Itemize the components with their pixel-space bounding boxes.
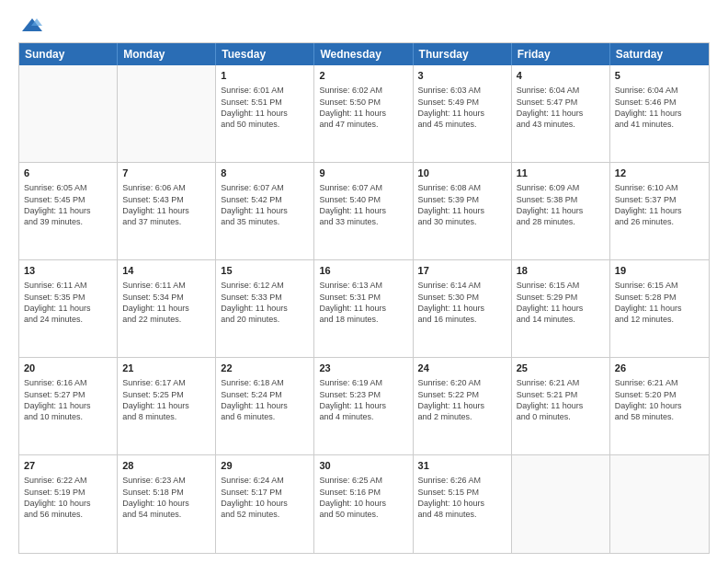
cell-line: and 0 minutes. xyxy=(517,411,605,422)
calendar-cell xyxy=(610,455,709,553)
day-number: 16 xyxy=(319,264,407,278)
cell-line: Sunrise: 6:03 AM xyxy=(418,85,506,96)
cell-line: and 24 minutes. xyxy=(24,314,112,325)
cell-line: Sunrise: 6:01 AM xyxy=(221,85,309,96)
cell-line: Daylight: 11 hours xyxy=(615,205,704,216)
cell-line: Sunrise: 6:24 AM xyxy=(221,475,309,486)
calendar-cell: 6Sunrise: 6:05 AMSunset: 5:45 PMDaylight… xyxy=(19,163,118,259)
cell-line: Sunrise: 6:11 AM xyxy=(24,280,112,291)
calendar-cell: 31Sunrise: 6:26 AMSunset: 5:15 PMDayligh… xyxy=(414,455,512,553)
calendar-cell: 24Sunrise: 6:20 AMSunset: 5:22 PMDayligh… xyxy=(414,358,512,454)
weekday-header-tuesday: Tuesday xyxy=(216,43,314,65)
cell-line: Daylight: 11 hours xyxy=(319,205,407,216)
day-number: 20 xyxy=(24,362,112,375)
day-number: 23 xyxy=(319,362,407,375)
cell-line: Sunrise: 6:17 AM xyxy=(122,377,210,388)
day-number: 29 xyxy=(221,459,309,473)
cell-line: Daylight: 11 hours xyxy=(24,303,112,314)
cell-line: and 50 minutes. xyxy=(221,119,309,130)
cell-line: Sunrise: 6:07 AM xyxy=(221,182,309,193)
calendar-cell: 3Sunrise: 6:03 AMSunset: 5:49 PMDaylight… xyxy=(414,65,512,162)
cell-line: Daylight: 10 hours xyxy=(418,498,506,509)
cell-line: and 2 minutes. xyxy=(418,411,506,422)
calendar-row: 27Sunrise: 6:22 AMSunset: 5:19 PMDayligh… xyxy=(19,455,709,553)
cell-line: and 35 minutes. xyxy=(221,216,309,227)
cell-line: and 26 minutes. xyxy=(615,216,704,227)
cell-line: and 41 minutes. xyxy=(615,119,704,130)
cell-line: Sunrise: 6:25 AM xyxy=(319,475,407,486)
cell-line: Daylight: 11 hours xyxy=(24,400,112,411)
cell-line: and 33 minutes. xyxy=(319,216,407,227)
cell-line: Sunrise: 6:18 AM xyxy=(221,377,309,388)
cell-line: Daylight: 10 hours xyxy=(615,400,704,411)
cell-line: Sunrise: 6:06 AM xyxy=(122,182,210,193)
cell-line: Sunrise: 6:04 AM xyxy=(615,85,704,96)
cell-line: Sunset: 5:40 PM xyxy=(319,194,407,205)
calendar-cell xyxy=(19,65,118,162)
header xyxy=(18,17,710,33)
day-number: 27 xyxy=(24,459,112,473)
cell-line: Sunset: 5:49 PM xyxy=(418,97,506,108)
cell-line: Sunset: 5:45 PM xyxy=(24,194,112,205)
cell-line: and 45 minutes. xyxy=(418,119,506,130)
calendar-cell: 2Sunrise: 6:02 AMSunset: 5:50 PMDaylight… xyxy=(314,65,413,162)
calendar-cell: 7Sunrise: 6:06 AMSunset: 5:43 PMDaylight… xyxy=(118,163,216,259)
day-number: 21 xyxy=(122,362,210,375)
cell-line: and 48 minutes. xyxy=(418,509,506,520)
day-number: 18 xyxy=(517,264,605,278)
calendar-cell: 15Sunrise: 6:12 AMSunset: 5:33 PMDayligh… xyxy=(216,260,314,357)
cell-line: Sunset: 5:23 PM xyxy=(319,389,407,400)
cell-line: Daylight: 11 hours xyxy=(122,400,210,411)
cell-line: Daylight: 11 hours xyxy=(122,205,210,216)
cell-line: Daylight: 11 hours xyxy=(319,108,407,119)
cell-line: and 4 minutes. xyxy=(319,411,407,422)
cell-line: Sunset: 5:22 PM xyxy=(418,389,506,400)
day-number: 22 xyxy=(221,362,309,375)
calendar-body: 1Sunrise: 6:01 AMSunset: 5:51 PMDaylight… xyxy=(19,65,709,553)
cell-line: Sunset: 5:39 PM xyxy=(418,194,506,205)
cell-line: Daylight: 11 hours xyxy=(319,400,407,411)
day-number: 10 xyxy=(418,167,506,180)
cell-line: Sunset: 5:18 PM xyxy=(122,487,210,498)
calendar-cell: 14Sunrise: 6:11 AMSunset: 5:34 PMDayligh… xyxy=(118,260,216,357)
cell-line: Sunset: 5:31 PM xyxy=(319,292,407,303)
cell-line: Sunset: 5:28 PM xyxy=(615,292,704,303)
cell-line: Sunrise: 6:15 AM xyxy=(517,280,605,291)
cell-line: and 43 minutes. xyxy=(517,119,605,130)
calendar-cell: 16Sunrise: 6:13 AMSunset: 5:31 PMDayligh… xyxy=(314,260,413,357)
calendar-cell: 30Sunrise: 6:25 AMSunset: 5:16 PMDayligh… xyxy=(314,455,413,553)
calendar-cell: 5Sunrise: 6:04 AMSunset: 5:46 PMDaylight… xyxy=(610,65,709,162)
day-number: 14 xyxy=(122,264,210,278)
weekday-header-wednesday: Wednesday xyxy=(314,43,413,65)
cell-line: Daylight: 11 hours xyxy=(418,108,506,119)
cell-line: Sunrise: 6:13 AM xyxy=(319,280,407,291)
cell-line: Sunset: 5:42 PM xyxy=(221,194,309,205)
cell-line: Sunrise: 6:23 AM xyxy=(122,475,210,486)
day-number: 28 xyxy=(122,459,210,473)
cell-line: Sunrise: 6:16 AM xyxy=(24,377,112,388)
page: SundayMondayTuesdayWednesdayThursdayFrid… xyxy=(0,0,728,563)
cell-line: Sunrise: 6:02 AM xyxy=(319,85,407,96)
cell-line: and 6 minutes. xyxy=(221,411,309,422)
cell-line: Sunset: 5:25 PM xyxy=(122,389,210,400)
cell-line: Sunset: 5:20 PM xyxy=(615,389,704,400)
cell-line: and 37 minutes. xyxy=(122,216,210,227)
cell-line: Sunrise: 6:04 AM xyxy=(517,85,605,96)
cell-line: Sunset: 5:24 PM xyxy=(221,389,309,400)
cell-line: Daylight: 10 hours xyxy=(221,498,309,509)
day-number: 25 xyxy=(517,362,605,375)
calendar-cell: 20Sunrise: 6:16 AMSunset: 5:27 PMDayligh… xyxy=(19,358,118,454)
calendar-cell: 8Sunrise: 6:07 AMSunset: 5:42 PMDaylight… xyxy=(216,163,314,259)
calendar-cell: 21Sunrise: 6:17 AMSunset: 5:25 PMDayligh… xyxy=(118,358,216,454)
day-number: 3 xyxy=(418,69,506,83)
cell-line: Sunrise: 6:21 AM xyxy=(615,377,704,388)
cell-line: and 54 minutes. xyxy=(122,509,210,520)
cell-line: Daylight: 10 hours xyxy=(319,498,407,509)
calendar-row: 6Sunrise: 6:05 AMSunset: 5:45 PMDaylight… xyxy=(19,163,709,260)
cell-line: and 30 minutes. xyxy=(418,216,506,227)
calendar-cell: 18Sunrise: 6:15 AMSunset: 5:29 PMDayligh… xyxy=(512,260,610,357)
cell-line: Sunrise: 6:12 AM xyxy=(221,280,309,291)
cell-line: Sunset: 5:43 PM xyxy=(122,194,210,205)
cell-line: Sunset: 5:46 PM xyxy=(615,97,704,108)
cell-line: Sunrise: 6:05 AM xyxy=(24,182,112,193)
